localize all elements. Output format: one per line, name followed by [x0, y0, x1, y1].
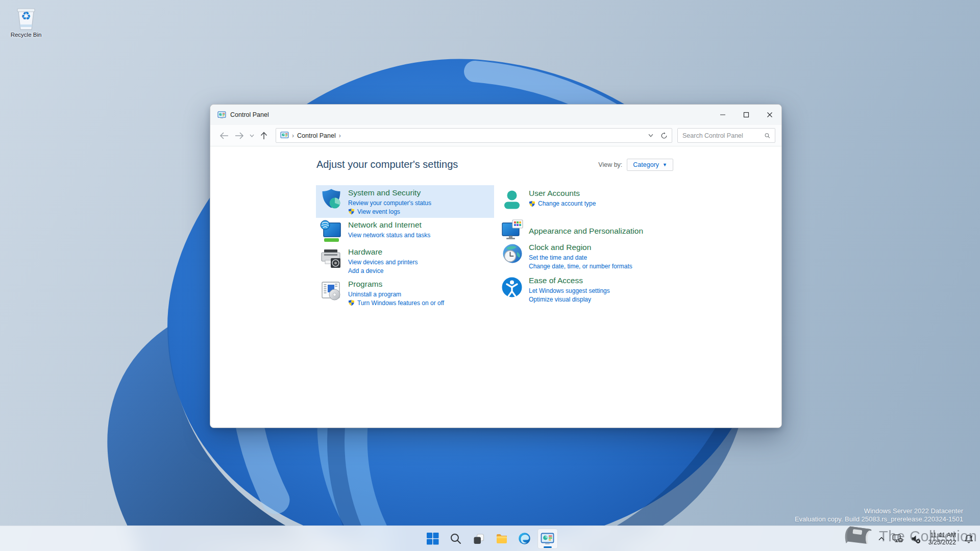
- tray-date: 3/25/2022: [928, 539, 956, 546]
- search-input[interactable]: [682, 132, 765, 139]
- network-internet-icon: [319, 219, 344, 244]
- address-dropdown-icon[interactable]: [648, 134, 653, 137]
- start-button[interactable]: [423, 529, 443, 549]
- category-title[interactable]: Programs: [348, 279, 444, 289]
- close-icon: [767, 112, 773, 118]
- search-icon: [450, 533, 462, 545]
- link-change-account-type[interactable]: Change account type: [529, 199, 596, 208]
- close-button[interactable]: [758, 105, 781, 125]
- taskbar-search-button[interactable]: [446, 529, 466, 549]
- category-title[interactable]: Clock and Region: [529, 242, 632, 252]
- recycle-bin-shortcut[interactable]: ♻ Recycle Bin: [5, 6, 47, 38]
- category-ease-of-access[interactable]: Ease of Access Let Windows suggest setti…: [497, 273, 721, 306]
- category-system-and-security[interactable]: System and Security Review your computer…: [316, 185, 494, 218]
- watermark-line1: Windows Server 2022 Datacenter: [795, 507, 963, 515]
- volume-muted-icon: [911, 534, 921, 544]
- link-label: View event logs: [357, 208, 400, 216]
- link-view-network-status[interactable]: View network status and tasks: [348, 231, 430, 240]
- control-panel-icon: [541, 533, 554, 545]
- minimize-icon: [720, 112, 726, 118]
- back-arrow-icon: [219, 132, 229, 139]
- category-title[interactable]: Appearance and Personalization: [529, 226, 643, 236]
- link-label: Change date, time, or number formats: [529, 262, 632, 271]
- system-tray: 11:41 AM 3/25/2022: [876, 526, 976, 551]
- tray-time: 11:41 AM: [928, 532, 956, 539]
- search-box[interactable]: [677, 128, 775, 143]
- caret-down-icon: ▼: [663, 163, 667, 167]
- breadcrumb-control-panel[interactable]: Control Panel: [297, 132, 336, 139]
- task-view-button[interactable]: [469, 529, 489, 549]
- edge-icon: [518, 532, 531, 545]
- link-label: Turn Windows features on or off: [357, 299, 444, 308]
- category-hardware[interactable]: Hardware View devices and printers Add a…: [316, 244, 494, 277]
- active-indicator: [544, 546, 552, 548]
- edge-button[interactable]: [514, 529, 535, 549]
- file-explorer-icon: [495, 532, 508, 545]
- link-label: Let Windows suggest settings: [529, 287, 610, 295]
- link-uninstall-a-program[interactable]: Uninstall a program: [348, 290, 444, 299]
- link-change-date-time-formats[interactable]: Change date, time, or number formats: [529, 262, 632, 271]
- link-view-event-logs[interactable]: View event logs: [348, 208, 431, 216]
- forward-arrow-icon: [235, 132, 244, 139]
- volume-button[interactable]: [909, 530, 923, 548]
- address-bar[interactable]: › Control Panel ›: [276, 128, 672, 143]
- link-let-windows-suggest[interactable]: Let Windows suggest settings: [529, 287, 610, 295]
- link-add-a-device[interactable]: Add a device: [348, 267, 418, 276]
- link-review-computer-status[interactable]: Review your computer's status: [348, 199, 431, 208]
- forward-button[interactable]: [232, 128, 247, 143]
- category-user-accounts[interactable]: User Accounts Change account type: [497, 186, 721, 214]
- up-button[interactable]: [256, 128, 272, 143]
- link-label: Change account type: [538, 199, 596, 208]
- view-by-value: Category: [633, 161, 659, 168]
- category-title[interactable]: System and Security: [348, 188, 431, 197]
- link-optimize-visual-display[interactable]: Optimize visual display: [529, 295, 610, 304]
- link-label: Optimize visual display: [529, 295, 591, 304]
- file-explorer-button[interactable]: [492, 529, 512, 549]
- network-button[interactable]: [890, 530, 905, 548]
- tray-clock[interactable]: 11:41 AM 3/25/2022: [926, 532, 958, 546]
- hardware-icon: [319, 246, 344, 271]
- link-turn-windows-features[interactable]: Turn Windows features on or off: [348, 299, 444, 308]
- category-title[interactable]: Network and Internet: [348, 220, 430, 230]
- view-by-label: View by:: [598, 161, 622, 168]
- maximize-button[interactable]: [734, 105, 758, 125]
- control-panel-home: Adjust your computer's settings View by:…: [210, 146, 781, 428]
- navigation-bar: › Control Panel ›: [210, 125, 781, 146]
- link-view-devices-printers[interactable]: View devices and printers: [348, 258, 418, 267]
- window-title: Control Panel: [230, 111, 711, 118]
- system-security-icon: [319, 187, 344, 212]
- tray-overflow-button[interactable]: [876, 530, 887, 548]
- up-arrow-icon: [260, 132, 267, 140]
- category-title[interactable]: Ease of Access: [529, 276, 610, 285]
- chevron-down-icon: [250, 134, 254, 137]
- view-by-dropdown[interactable]: Category ▼: [627, 159, 673, 171]
- recycle-arrows-glyph: ♻: [14, 11, 38, 22]
- minimize-button[interactable]: [711, 105, 734, 125]
- category-grid: System and Security Review your computer…: [316, 184, 780, 337]
- category-network-and-internet[interactable]: Network and Internet View network status…: [316, 217, 494, 246]
- uac-shield-icon: [348, 299, 355, 306]
- chevron-up-icon: [878, 537, 885, 541]
- magnifier-icon[interactable]: [765, 132, 770, 139]
- uac-shield-icon: [348, 208, 355, 215]
- uac-shield-icon: [529, 201, 535, 207]
- page-title: Adjust your computer's settings: [316, 159, 458, 170]
- category-programs[interactable]: Programs Uninstall a program Turn Window…: [316, 277, 494, 309]
- titlebar[interactable]: Control Panel: [210, 105, 781, 125]
- category-title[interactable]: User Accounts: [529, 188, 596, 198]
- task-view-icon: [472, 532, 485, 545]
- ease-of-access-icon: [500, 275, 524, 299]
- bell-dnd-icon: [964, 534, 974, 544]
- recent-locations-button[interactable]: [247, 128, 256, 143]
- breadcrumb-separator: ›: [336, 132, 344, 139]
- link-set-time-date[interactable]: Set the time and date: [529, 254, 632, 262]
- appearance-personalization-icon: [500, 218, 524, 243]
- back-button[interactable]: [216, 128, 232, 143]
- category-clock-and-region[interactable]: Clock and Region Set the time and date C…: [497, 240, 721, 272]
- notification-center-button[interactable]: [962, 530, 976, 548]
- taskbar-control-panel-button[interactable]: [537, 529, 558, 549]
- category-title[interactable]: Hardware: [348, 247, 418, 257]
- programs-icon: [319, 279, 344, 303]
- watermark-line2: Evaluation copy. Build 25083.rs_prerelea…: [795, 515, 963, 523]
- refresh-icon[interactable]: [660, 132, 668, 139]
